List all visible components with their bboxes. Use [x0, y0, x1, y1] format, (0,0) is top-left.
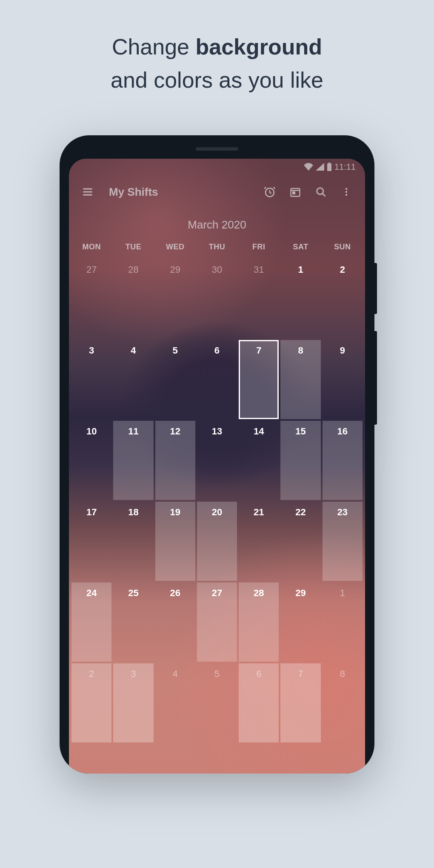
calendar-day-cell[interactable]: 2 — [322, 258, 363, 339]
day-number: 3 — [131, 668, 136, 679]
calendar-day-cell[interactable]: 1 — [322, 582, 363, 662]
day-number: 2 — [89, 668, 94, 679]
calendar-day-cell[interactable]: 8 — [280, 339, 321, 420]
weekday-header: SUN — [322, 239, 363, 258]
month-label[interactable]: March 2020 — [69, 218, 365, 231]
calendar-day-cell[interactable]: 4 — [112, 339, 154, 420]
weekday-header: WED — [154, 239, 196, 258]
day-number: 6 — [256, 668, 261, 679]
phone-side-button — [374, 331, 377, 425]
calendar-week-row: 17181920212223 — [69, 501, 365, 582]
calendar-day-cell[interactable]: 10 — [71, 420, 112, 501]
calendar-day-cell[interactable]: 18 — [112, 501, 154, 582]
alarm-button[interactable] — [259, 181, 281, 203]
today-button[interactable] — [284, 181, 306, 203]
search-button[interactable] — [310, 181, 332, 203]
menu-button[interactable] — [77, 181, 99, 203]
day-number: 21 — [254, 507, 264, 517]
calendar-day-cell[interactable]: 6 — [196, 339, 238, 420]
day-number: 13 — [212, 426, 222, 437]
svg-point-9 — [317, 188, 323, 194]
calendar-day-cell[interactable]: 7 — [238, 339, 280, 420]
app-title: My Shifts — [109, 186, 255, 199]
day-number: 29 — [170, 264, 180, 275]
promo-headline: Change background and colors as you like — [111, 34, 323, 93]
day-number: 8 — [298, 345, 303, 356]
weekday-header: SAT — [280, 239, 321, 258]
day-number: 25 — [128, 588, 138, 598]
day-number: 24 — [86, 588, 97, 598]
calendar-week-row: 3456789 — [69, 339, 365, 420]
calendar-day-cell[interactable]: 4 — [154, 662, 196, 743]
calendar-day-cell[interactable]: 25 — [112, 582, 154, 662]
calendar-day-cell[interactable]: 3 — [71, 339, 112, 420]
day-number: 6 — [214, 345, 220, 356]
calendar-day-cell[interactable]: 3 — [112, 662, 154, 743]
calendar-grid: 2728293031123456789101112131415161718192… — [69, 258, 365, 743]
calendar-day-cell[interactable]: 16 — [322, 420, 363, 501]
day-number: 15 — [295, 426, 306, 437]
calendar-week-row: 2425262728291 — [69, 582, 365, 662]
wifi-icon — [304, 163, 313, 171]
calendar-day-cell[interactable]: 5 — [154, 339, 196, 420]
calendar-day-cell[interactable]: 28 — [112, 258, 154, 339]
headline-bold: background — [196, 34, 323, 59]
calendar-day-cell[interactable]: 30 — [196, 258, 238, 339]
calendar-day-cell[interactable]: 26 — [154, 582, 196, 662]
day-number: 5 — [173, 345, 178, 356]
calendar-day-cell[interactable]: 2 — [71, 662, 112, 743]
overflow-menu-button[interactable] — [335, 181, 357, 203]
calendar-day-cell[interactable]: 29 — [280, 582, 321, 662]
svg-rect-0 — [328, 163, 330, 163]
calendar-day-cell[interactable]: 31 — [238, 258, 280, 339]
phone-speaker — [196, 147, 238, 151]
calendar-day-cell[interactable]: 9 — [322, 339, 363, 420]
calendar-day-cell[interactable]: 28 — [238, 582, 280, 662]
weekday-header: MON — [71, 239, 112, 258]
calendar-day-cell[interactable]: 23 — [322, 501, 363, 582]
svg-rect-1 — [327, 163, 331, 171]
calendar-day-cell[interactable]: 13 — [196, 420, 238, 501]
calendar-day-cell[interactable]: 17 — [71, 501, 112, 582]
calendar-day-cell[interactable]: 5 — [196, 662, 238, 743]
calendar-day-cell[interactable]: 7 — [280, 662, 321, 743]
calendar-day-cell[interactable]: 1 — [280, 258, 321, 339]
weekday-header: FRI — [238, 239, 280, 258]
calendar-week-row: 10111213141516 — [69, 420, 365, 501]
day-number: 29 — [295, 588, 306, 598]
day-number: 26 — [170, 588, 180, 598]
day-number: 16 — [337, 426, 348, 437]
day-number: 8 — [340, 668, 345, 679]
calendar-day-cell[interactable]: 6 — [238, 662, 280, 743]
calendar-day-cell[interactable]: 29 — [154, 258, 196, 339]
phone-side-button — [374, 263, 377, 314]
day-number: 30 — [212, 264, 222, 275]
day-number: 14 — [254, 426, 264, 437]
calendar-day-cell[interactable]: 12 — [154, 420, 196, 501]
calendar-day-cell[interactable]: 22 — [280, 501, 321, 582]
calendar-day-cell[interactable]: 19 — [154, 501, 196, 582]
calendar-day-cell[interactable]: 15 — [280, 420, 321, 501]
calendar-day-cell[interactable]: 24 — [71, 582, 112, 662]
day-number: 7 — [298, 668, 303, 679]
calendar-day-cell[interactable]: 27 — [196, 582, 238, 662]
calendar-day-cell[interactable]: 14 — [238, 420, 280, 501]
battery-icon — [327, 163, 332, 171]
calendar-day-cell[interactable]: 11 — [112, 420, 154, 501]
day-number: 18 — [128, 507, 138, 517]
calendar-day-cell[interactable]: 27 — [71, 258, 112, 339]
day-number: 31 — [254, 264, 264, 275]
day-number: 10 — [86, 426, 97, 437]
day-number: 17 — [86, 507, 97, 517]
weekday-header: TUE — [112, 239, 154, 258]
phone-frame: 11:11 My Shifts Ma — [60, 135, 374, 774]
svg-point-11 — [345, 188, 347, 190]
headline-line1: Change background — [111, 34, 323, 60]
day-number: 22 — [295, 507, 306, 517]
calendar-day-cell[interactable]: 8 — [322, 662, 363, 743]
calendar-day-cell[interactable]: 20 — [196, 501, 238, 582]
day-number: 28 — [254, 588, 264, 598]
svg-point-12 — [345, 191, 347, 193]
calendar-day-cell[interactable]: 21 — [238, 501, 280, 582]
day-number: 1 — [298, 264, 303, 275]
